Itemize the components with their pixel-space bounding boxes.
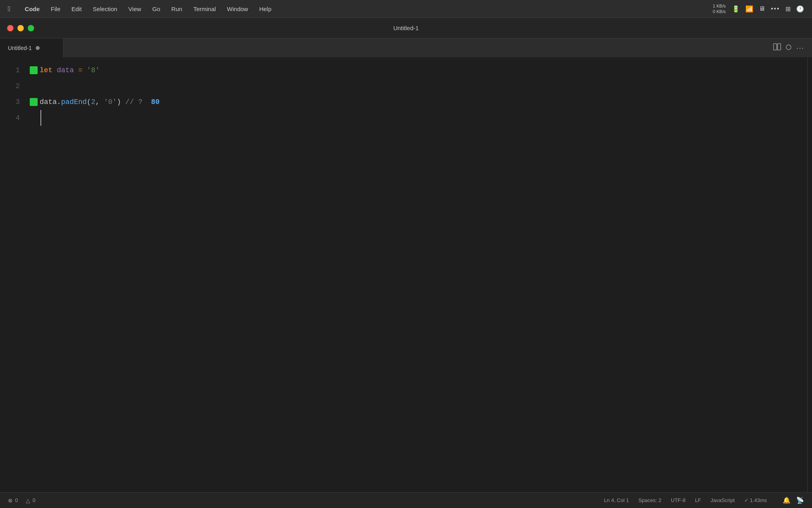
menubar-window[interactable]: Window xyxy=(227,6,248,12)
gutter-1[interactable] xyxy=(28,62,40,78)
run-indicator-1 xyxy=(30,66,38,74)
warning-icon: △ xyxy=(26,497,30,504)
code-line-3: data.padEnd(2, '0') // ? 80 xyxy=(40,94,807,110)
traffic-lights xyxy=(7,25,34,31)
str-0: '0' xyxy=(104,94,117,110)
operator-eq: = xyxy=(78,62,82,78)
gutter-3[interactable] xyxy=(28,94,40,110)
network-download: 0 KB/s xyxy=(713,9,726,14)
network-upload: 1 KB/s xyxy=(713,3,726,9)
comment-mark: // ? xyxy=(125,94,151,110)
battery-icon: 🔋 xyxy=(732,5,740,13)
finder-icon: 🖥 xyxy=(759,5,765,12)
line-num-2: 2 xyxy=(0,78,20,94)
error-number: 0 xyxy=(15,497,18,503)
language-mode[interactable]: JavaScript xyxy=(710,497,735,503)
statusbar-left: ⊗ 0 △ 0 xyxy=(8,497,35,504)
gutter-4[interactable] xyxy=(28,110,40,126)
run-indicator-3 xyxy=(30,98,38,106)
close-button[interactable] xyxy=(7,25,13,31)
tabbar: Untitled-1 ··· xyxy=(0,38,812,58)
warning-count[interactable]: △ 0 xyxy=(26,497,35,504)
menubar-right: 1 KB/s 0 KB/s 🔋 📶 🖥 ••• ⊞ 🕐 xyxy=(713,3,804,15)
var-data-ref: data. xyxy=(40,94,61,110)
cursor-position[interactable]: Ln 4, Col 1 xyxy=(604,497,629,503)
svg-rect-0 xyxy=(774,44,777,50)
keyword-let: let xyxy=(40,62,52,78)
menubar-help[interactable]: Help xyxy=(259,6,272,12)
svg-rect-1 xyxy=(778,44,781,50)
wifi-icon: 📶 xyxy=(745,5,753,13)
control-center-icon[interactable]: ⊞ xyxy=(785,5,791,13)
saved-state-button[interactable] xyxy=(786,44,791,52)
line-numbers: 1 2 3 4 xyxy=(0,58,28,492)
statusbar-right: Ln 4, Col 1 Spaces: 2 UTF-8 LF JavaScrip… xyxy=(604,496,804,504)
statusbar-icons: 🔔 📡 xyxy=(783,496,804,504)
warning-number: 0 xyxy=(33,497,35,503)
line-ending[interactable]: LF xyxy=(695,497,701,503)
clock-icon[interactable]: 🕐 xyxy=(796,5,804,13)
window-title: Untitled-1 xyxy=(393,25,419,31)
menubar-terminal[interactable]: Terminal xyxy=(193,6,216,12)
comment-value: 80 xyxy=(151,94,160,110)
menubar-system-icons: 🔋 📶 🖥 ••• ⊞ 🕐 xyxy=(732,5,804,13)
menubar-run[interactable]: Run xyxy=(171,6,182,12)
variable-data: data xyxy=(57,62,74,78)
more-options-button[interactable]: ··· xyxy=(796,43,804,52)
more-icon[interactable]: ••• xyxy=(771,5,780,12)
code-line-2 xyxy=(40,78,807,94)
tab-unsaved-dot xyxy=(36,46,40,50)
menubar-view[interactable]: View xyxy=(128,6,141,12)
code-line-1: let data = '8' xyxy=(40,62,807,78)
tab-actions: ··· xyxy=(773,43,812,53)
line-num-1: 1 xyxy=(0,62,20,78)
split-editor-button[interactable] xyxy=(773,43,781,53)
notifications-icon[interactable]: 🔔 xyxy=(783,496,791,504)
error-count[interactable]: ⊗ 0 xyxy=(8,497,18,504)
minimize-button[interactable] xyxy=(17,25,24,31)
menubar-file[interactable]: File xyxy=(51,6,60,12)
code-editor[interactable]: let data = '8' data.padEnd(2, '0') // ? … xyxy=(40,58,807,492)
timing-info: ✓ 1.43ms xyxy=(744,497,767,503)
menubar-code[interactable]: Code xyxy=(25,6,40,12)
network-stats: 1 KB/s 0 KB/s xyxy=(713,3,726,15)
line-num-3: 3 xyxy=(0,94,20,110)
indentation[interactable]: Spaces: 2 xyxy=(638,497,661,503)
menubar-go[interactable]: Go xyxy=(152,6,160,12)
num-2: 2 xyxy=(91,94,96,110)
menubar-edit[interactable]: Edit xyxy=(71,6,82,12)
gutter xyxy=(28,58,40,492)
line-num-4: 4 xyxy=(0,110,20,126)
tab-label: Untitled-1 xyxy=(8,45,32,51)
gutter-2[interactable] xyxy=(28,78,40,94)
method-padend: padEnd xyxy=(61,94,87,110)
editor-tab[interactable]: Untitled-1 xyxy=(0,38,63,58)
code-line-4 xyxy=(40,110,807,126)
menubar:  Code File Edit Selection View Go Run T… xyxy=(0,0,812,18)
scrollbar-track[interactable] xyxy=(807,58,812,492)
svg-point-2 xyxy=(786,45,791,50)
editor-area: 1 2 3 4 let data = '8' xyxy=(0,58,812,492)
statusbar: ⊗ 0 △ 0 Ln 4, Col 1 Spaces: 2 UTF-8 LF J… xyxy=(0,492,812,508)
broadcast-icon[interactable]: 📡 xyxy=(796,496,804,504)
error-icon: ⊗ xyxy=(8,497,13,504)
titlebar: Untitled-1 xyxy=(0,18,812,38)
apple-menu-icon[interactable]:  xyxy=(8,5,11,13)
menubar-selection[interactable]: Selection xyxy=(93,6,117,12)
string-8: '8' xyxy=(87,62,100,78)
maximize-button[interactable] xyxy=(28,25,34,31)
file-encoding[interactable]: UTF-8 xyxy=(671,497,686,503)
